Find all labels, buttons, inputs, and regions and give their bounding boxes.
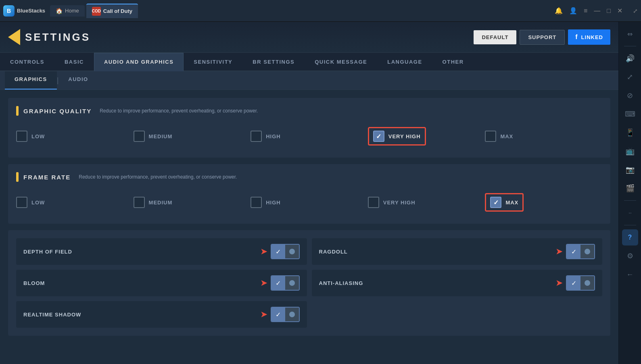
quality-checkbox-high[interactable] bbox=[251, 131, 262, 142]
frame-rate-checkbox-high[interactable] bbox=[251, 197, 262, 208]
user-icon[interactable]: 👤 bbox=[569, 7, 577, 15]
frame-rate-checkbox-low[interactable] bbox=[16, 197, 27, 208]
game-tab[interactable]: COD Call of Duty bbox=[86, 4, 138, 18]
bloom-controls: ➤ ✓ bbox=[260, 275, 300, 291]
tab-br-settings[interactable]: BR SETTINGS bbox=[242, 53, 305, 71]
toggle-row-ragdoll: RAGDOLL ➤ ✓ bbox=[312, 238, 603, 265]
frame-rate-label-medium: MEDIUM bbox=[149, 200, 173, 206]
default-button[interactable]: DEFAULT bbox=[474, 30, 516, 44]
ragdoll-check-icon: ✓ bbox=[571, 248, 576, 256]
anti-aliasing-controls: ➤ ✓ bbox=[555, 275, 595, 291]
detach-icon[interactable]: ⤢ bbox=[633, 8, 638, 14]
sidebar-phone-icon[interactable]: 📱 bbox=[622, 125, 638, 141]
tab-language[interactable]: LANGUAGE bbox=[377, 53, 432, 71]
quality-option-very-high[interactable]: ✓ VERY HIGH bbox=[368, 123, 485, 150]
subtab-graphics[interactable]: GRAPHICS bbox=[5, 71, 57, 89]
frame-rate-options: LOW MEDIUM HIGH VERY HIGH bbox=[16, 189, 602, 216]
ragdoll-label: RAGDOLL bbox=[319, 249, 348, 255]
anti-aliasing-toggle[interactable]: ✓ bbox=[566, 275, 595, 291]
frame-rate-option-very-high[interactable]: VERY HIGH bbox=[368, 193, 485, 212]
tab-other[interactable]: OTHER bbox=[432, 53, 474, 71]
sidebar-expand-icon[interactable]: ⇔ bbox=[622, 26, 638, 42]
sidebar-video-icon[interactable]: 🎬 bbox=[622, 180, 638, 196]
sidebar-keyboard-icon[interactable]: ⌨ bbox=[622, 106, 638, 122]
depth-of-field-arrow-icon: ➤ bbox=[260, 246, 267, 257]
quality-label-max: MAX bbox=[500, 133, 513, 139]
frame-rate-checkbox-max[interactable]: ✓ bbox=[490, 197, 501, 208]
settings-title: SETTINGS bbox=[25, 31, 90, 44]
tab-navigation: CONTROLS BASIC AUDIO AND GRAPHICS SENSIT… bbox=[0, 53, 618, 71]
frame-rate-checkbox-very-high[interactable] bbox=[368, 197, 379, 208]
support-button[interactable]: SUPPORT bbox=[520, 30, 565, 45]
frame-rate-checkbox-medium[interactable] bbox=[134, 197, 145, 208]
frame-rate-option-high[interactable]: HIGH bbox=[251, 193, 368, 212]
toggle-off-state bbox=[285, 245, 299, 258]
settings-arrow-icon bbox=[8, 29, 20, 45]
ragdoll-toggle-off bbox=[580, 245, 594, 258]
game-tab-label: Call of Duty bbox=[103, 8, 132, 14]
depth-of-field-controls: ➤ ✓ bbox=[260, 244, 300, 259]
anti-aliasing-toggle-circle bbox=[585, 280, 590, 286]
realtime-shadow-toggle-off bbox=[285, 308, 299, 321]
frame-rate-option-low[interactable]: LOW bbox=[16, 193, 134, 212]
home-tab[interactable]: 🏠 Home bbox=[50, 5, 85, 17]
ragdoll-toggle[interactable]: ✓ bbox=[566, 244, 595, 259]
quality-checkbox-max[interactable] bbox=[485, 131, 496, 142]
menu-icon[interactable]: ≡ bbox=[584, 7, 587, 15]
frame-rate-label-low: LOW bbox=[31, 200, 45, 206]
bloom-toggle-on: ✓ bbox=[271, 276, 285, 290]
bell-icon[interactable]: 🔔 bbox=[555, 7, 563, 15]
frame-rate-label-high: HIGH bbox=[266, 200, 281, 206]
checkmark-icon: ✓ bbox=[376, 133, 381, 140]
realtime-shadow-arrow-icon: ➤ bbox=[260, 309, 267, 320]
anti-aliasing-label: ANTI-ALIASING bbox=[319, 280, 363, 286]
sidebar-arrows-icon[interactable]: ⤢ bbox=[622, 69, 638, 85]
home-icon: 🏠 bbox=[56, 8, 63, 14]
tab-quick-message[interactable]: QUICK MESSAGE bbox=[305, 53, 377, 71]
toggle-row-realtime-shadow: REALTIME SHADOW ➤ ✓ bbox=[16, 301, 307, 328]
ragdoll-arrow-icon: ➤ bbox=[555, 246, 563, 257]
quality-checkbox-low[interactable] bbox=[16, 131, 27, 142]
linked-button[interactable]: f LINKED bbox=[568, 29, 610, 45]
maximize-button[interactable]: □ bbox=[607, 7, 611, 15]
graphic-quality-header: GRAPHIC QUALITY Reduce to improve perfor… bbox=[16, 106, 602, 116]
sidebar-gear-icon[interactable]: ⚙ bbox=[622, 248, 638, 264]
bloom-toggle[interactable]: ✓ bbox=[271, 275, 300, 291]
right-sidebar: ⇔ 🔊 ⤢ ⊘ ⌨ 📱 📺 📷 🎬 ··· ? ⚙ ← bbox=[618, 22, 641, 364]
frame-rate-indicator bbox=[16, 172, 19, 182]
graphic-quality-title: GRAPHIC QUALITY bbox=[23, 108, 92, 114]
quality-option-max[interactable]: MAX bbox=[485, 127, 602, 146]
quality-option-medium[interactable]: MEDIUM bbox=[134, 127, 251, 146]
sidebar-volume-icon[interactable]: 🔊 bbox=[622, 50, 638, 67]
close-button[interactable]: ✕ bbox=[617, 7, 622, 15]
sidebar-question-icon[interactable]: ? bbox=[622, 229, 638, 245]
quality-checkbox-medium[interactable] bbox=[134, 131, 145, 142]
frame-rate-option-medium[interactable]: MEDIUM bbox=[134, 193, 251, 212]
frame-rate-section: FRAME RATE Reduce to improve performance… bbox=[8, 164, 610, 224]
minimize-button[interactable]: — bbox=[594, 7, 600, 15]
realtime-shadow-toggle[interactable]: ✓ bbox=[271, 307, 300, 322]
sidebar-dots-icon[interactable]: ··· bbox=[622, 205, 638, 221]
main-area: SETTINGS DEFAULT SUPPORT f LINKED CONTRO… bbox=[0, 22, 641, 364]
bluestacks-icon: B bbox=[3, 5, 15, 17]
depth-of-field-toggle[interactable]: ✓ bbox=[271, 244, 300, 259]
tab-basic[interactable]: BASIC bbox=[54, 53, 94, 71]
max-checkmark-icon: ✓ bbox=[493, 199, 499, 206]
sidebar-tv-icon[interactable]: 📺 bbox=[622, 143, 638, 159]
sidebar-camera-icon[interactable]: 📷 bbox=[622, 162, 638, 178]
tab-audio-graphics[interactable]: AUDIO AND GRAPHICS bbox=[94, 53, 184, 71]
frame-rate-label-max: MAX bbox=[505, 200, 518, 206]
quality-option-high[interactable]: HIGH bbox=[251, 127, 368, 146]
sidebar-slash-icon[interactable]: ⊘ bbox=[622, 87, 638, 104]
sidebar-back-icon[interactable]: ← bbox=[622, 266, 638, 283]
frame-rate-title: FRAME RATE bbox=[23, 174, 71, 181]
linked-label: LINKED bbox=[581, 34, 603, 40]
quality-label-very-high: VERY HIGH bbox=[388, 133, 421, 139]
tab-controls[interactable]: CONTROLS bbox=[0, 53, 54, 71]
bloom-check-icon: ✓ bbox=[276, 279, 281, 287]
tab-sensitivity[interactable]: SENSITIVITY bbox=[184, 53, 242, 71]
quality-checkbox-very-high[interactable]: ✓ bbox=[373, 131, 384, 142]
subtab-audio[interactable]: AUDIO bbox=[58, 71, 98, 89]
quality-option-low[interactable]: LOW bbox=[16, 127, 134, 146]
frame-rate-option-max[interactable]: ✓ MAX bbox=[485, 189, 602, 216]
